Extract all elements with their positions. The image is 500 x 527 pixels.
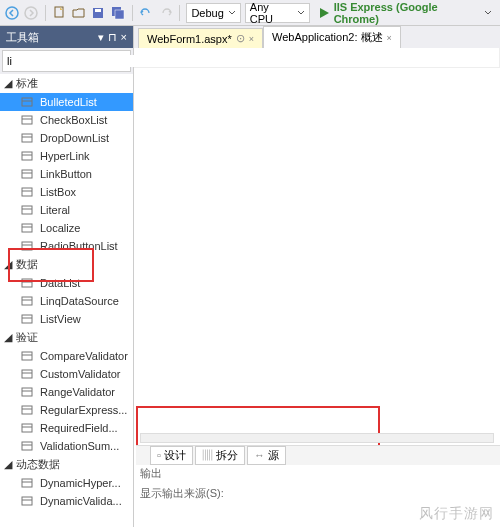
control-icon xyxy=(20,367,34,381)
svg-rect-39 xyxy=(22,424,32,432)
control-icon xyxy=(20,476,34,490)
toolbox-category[interactable]: ◢验证 xyxy=(0,328,133,347)
svg-rect-7 xyxy=(22,98,32,106)
toolbox-item[interactable]: LinkButton xyxy=(0,165,133,183)
svg-rect-27 xyxy=(22,297,32,305)
svg-rect-13 xyxy=(22,152,32,160)
editor-tab[interactable]: WebForm1.aspx* ⊙ × xyxy=(138,28,263,48)
toolbox-item[interactable]: DropDownList xyxy=(0,129,133,147)
solution-platform-dropdown[interactable]: Any CPU xyxy=(245,3,310,23)
control-icon xyxy=(20,221,34,235)
toolbox-item[interactable]: LinqDataSource xyxy=(0,292,133,310)
toolbox-item-label: BulletedList xyxy=(40,96,97,108)
expand-icon: ◢ xyxy=(4,331,12,344)
toolbox-item-label: LinqDataSource xyxy=(40,295,119,307)
control-icon xyxy=(20,203,34,217)
toolbox-item[interactable]: CheckBoxList xyxy=(0,111,133,129)
svg-rect-33 xyxy=(22,370,32,378)
tab-label: WebForm1.aspx* xyxy=(147,33,232,45)
new-file-icon[interactable] xyxy=(52,5,67,21)
dropdown-icon[interactable]: ▾ xyxy=(98,31,104,44)
expand-icon: ◢ xyxy=(4,458,12,471)
toolbox-item[interactable]: CompareValidator xyxy=(0,347,133,365)
toolbox-item-label: ListView xyxy=(40,313,81,325)
start-debug-button[interactable]: IIS Express (Google Chrome) xyxy=(314,1,496,25)
open-file-icon[interactable] xyxy=(71,5,86,21)
control-icon xyxy=(20,167,34,181)
svg-rect-17 xyxy=(22,188,32,196)
control-icon xyxy=(20,349,34,363)
control-icon xyxy=(20,421,34,435)
toolbox-item-label: LinkButton xyxy=(40,168,92,180)
pin-icon[interactable]: ⊙ xyxy=(236,32,245,45)
toolbox-item[interactable]: Literal xyxy=(0,201,133,219)
expand-icon: ◢ xyxy=(4,77,12,90)
toolbox-item[interactable]: ListBox xyxy=(0,183,133,201)
close-icon[interactable]: × xyxy=(121,31,127,44)
toolbar-separator xyxy=(45,5,46,21)
control-icon xyxy=(20,494,34,508)
toolbox-item[interactable]: ValidationSum... xyxy=(0,437,133,455)
output-panel-title: 输出 xyxy=(136,464,166,483)
nav-scope-dropdown[interactable] xyxy=(134,48,500,67)
toolbox-item-label: RadioButtonList xyxy=(40,240,118,252)
svg-rect-11 xyxy=(22,134,32,142)
editor-tab[interactable]: WebApplication2: 概述 × xyxy=(263,26,401,48)
toolbox-category[interactable]: ◢数据 xyxy=(0,255,133,274)
toolbox-item[interactable]: RequiredField... xyxy=(0,419,133,437)
svg-rect-35 xyxy=(22,388,32,396)
toolbox-item-label: ListBox xyxy=(40,186,76,198)
toolbox-search-input[interactable] xyxy=(7,55,145,67)
save-icon[interactable] xyxy=(91,5,106,21)
svg-rect-4 xyxy=(95,9,101,12)
main-toolbar: Debug Any CPU IIS Express (Google Chrome… xyxy=(0,0,500,26)
close-tab-icon[interactable]: × xyxy=(249,34,254,44)
toolbox-item-label: CheckBoxList xyxy=(40,114,107,126)
pin-icon[interactable]: ⊓ xyxy=(108,31,117,44)
tab-label: WebApplication2: 概述 xyxy=(272,30,382,45)
toolbox-item[interactable]: ListView xyxy=(0,310,133,328)
category-label: 动态数据 xyxy=(16,457,60,472)
control-icon xyxy=(20,385,34,399)
solution-platform-value: Any CPU xyxy=(250,1,294,25)
toolbox-item[interactable]: DataList xyxy=(0,274,133,292)
solution-config-dropdown[interactable]: Debug xyxy=(186,3,240,23)
redo-icon[interactable] xyxy=(158,5,173,21)
svg-rect-19 xyxy=(22,206,32,214)
toolbox-item-list: ◢标准BulletedListCheckBoxListDropDownListH… xyxy=(0,74,133,527)
toolbox-item[interactable]: RadioButtonList xyxy=(0,237,133,255)
expand-icon: ◢ xyxy=(4,258,12,271)
category-label: 标准 xyxy=(16,76,38,91)
control-icon xyxy=(20,294,34,308)
horizontal-scrollbar[interactable] xyxy=(140,433,494,443)
category-label: 数据 xyxy=(16,257,38,272)
toolbox-item[interactable]: RangeValidator xyxy=(0,383,133,401)
run-target-label: IIS Express (Google Chrome) xyxy=(334,1,481,25)
toolbar-separator xyxy=(179,5,180,21)
svg-point-1 xyxy=(25,7,37,19)
toolbox-item[interactable]: DynamicHyper... xyxy=(0,474,133,492)
toolbox-search-box[interactable]: × ▾ xyxy=(2,50,131,72)
toolbox-category[interactable]: ◢动态数据 xyxy=(0,455,133,474)
toolbox-item[interactable]: HyperLink xyxy=(0,147,133,165)
control-icon xyxy=(20,239,34,253)
undo-icon[interactable] xyxy=(139,5,154,21)
toolbox-category[interactable]: ◢标准 xyxy=(0,74,133,93)
toolbox-item[interactable]: BulletedList xyxy=(0,93,133,111)
design-view-button[interactable]: ▫ 设计 xyxy=(150,446,193,465)
nav-forward-icon[interactable] xyxy=(23,5,38,21)
svg-rect-21 xyxy=(22,224,32,232)
nav-back-icon[interactable] xyxy=(4,5,19,21)
toolbox-item[interactable]: CustomValidator xyxy=(0,365,133,383)
svg-rect-23 xyxy=(22,242,32,250)
save-all-icon[interactable] xyxy=(110,5,125,21)
toolbox-title: 工具箱 xyxy=(6,30,39,45)
toolbox-item[interactable]: RegularExpress... xyxy=(0,401,133,419)
toolbox-item[interactable]: Localize xyxy=(0,219,133,237)
close-tab-icon[interactable]: × xyxy=(387,33,392,43)
svg-rect-9 xyxy=(22,116,32,124)
source-view-button[interactable]: ↔ 源 xyxy=(247,446,286,465)
toolbox-item[interactable]: DynamicValida... xyxy=(0,492,133,510)
editor-tabstrip: WebForm1.aspx* ⊙ ×WebApplication2: 概述 × xyxy=(134,26,500,48)
split-view-button[interactable]: ▥ 拆分 xyxy=(195,446,245,465)
